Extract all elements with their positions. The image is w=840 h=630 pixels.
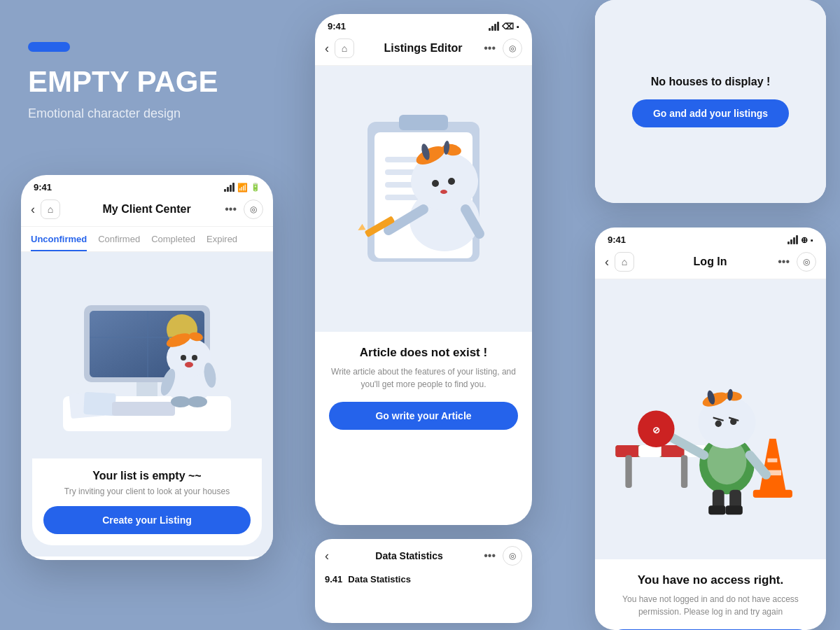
create-listing-button[interactable]: Create your Listing [43, 506, 251, 534]
svg-rect-47 [625, 455, 631, 488]
data-stats-bar: 9.41 Data Statistics [315, 570, 532, 589]
svg-point-36 [448, 178, 455, 185]
right-text-section: You have no access right. You have not l… [595, 559, 826, 630]
status-time-right: 9:41 [608, 234, 626, 245]
svg-rect-9 [83, 391, 116, 415]
wifi-icon-center: ⌫ [502, 22, 514, 31]
no-access-title: You have no access right. [609, 573, 812, 587]
status-bar-center: 9:41 ⌫ ▪ [315, 14, 532, 36]
right-bottom-content: ⊘ [595, 279, 826, 559]
svg-point-35 [432, 180, 439, 187]
target-icon-bottom[interactable]: ◎ [503, 546, 522, 566]
hero-subtitle: Emotional character design [28, 106, 266, 121]
more-icon-center[interactable]: ••• [484, 42, 496, 55]
desk-illustration [32, 263, 262, 458]
phone-nav-right: ‹ ⌂ Log In ••• ◎ [595, 249, 826, 279]
svg-point-16 [192, 355, 197, 360]
status-time-left: 9:41 [34, 182, 52, 192]
back-button-left[interactable]: ‹ [31, 202, 35, 217]
tab-expired[interactable]: Expired [206, 234, 237, 251]
tabs-row-left: Unconfirmed Confirmed Completed Expired [21, 227, 273, 252]
status-icons-center: ⌫ ▪ [489, 22, 519, 31]
more-icon-bottom[interactable]: ••• [484, 550, 496, 562]
bottom-text-left: Your list is empty ~~ Try inviting your … [32, 458, 262, 545]
target-icon-center[interactable]: ◎ [503, 38, 522, 58]
svg-point-17 [185, 362, 193, 368]
desk-scene-svg [49, 284, 245, 438]
svg-point-20 [171, 396, 190, 407]
svg-rect-10 [112, 402, 175, 416]
no-houses-text: No houses to display ! [651, 76, 771, 88]
write-article-button[interactable]: Go write your Article [329, 402, 518, 430]
target-icon-right[interactable]: ◎ [797, 252, 816, 272]
home-icon-right[interactable]: ⌂ [615, 252, 634, 272]
svg-marker-40 [356, 224, 366, 234]
battery-icon-center: ▪ [517, 22, 519, 31]
svg-rect-70 [708, 505, 725, 514]
back-button-center[interactable]: ‹ [325, 41, 329, 56]
more-icon-right[interactable]: ••• [778, 255, 790, 268]
empty-list-title: Your list is empty ~~ [43, 470, 251, 482]
hero-title: EMPTY PAGE [28, 66, 266, 98]
article-missing-title: Article does not exist ! [329, 346, 518, 360]
data-stats-time: 9.41 [325, 574, 342, 584]
back-button-bottom[interactable]: ‹ [325, 549, 329, 564]
article-missing-sub: Write article about the features of your… [329, 365, 518, 391]
status-bar-left: 9:41 📶 🔋 [21, 175, 273, 197]
nav-title-bottom: Data Statistics [335, 550, 484, 561]
left-panel: EMPTY PAGE Emotional character design 9:… [0, 0, 294, 630]
svg-point-15 [181, 355, 186, 360]
no-access-sub: You have not logged in and do not have a… [609, 593, 812, 618]
center-illustration-svg [322, 80, 525, 318]
battery-icon-right: ▪ [811, 236, 813, 244]
svg-point-37 [440, 190, 447, 194]
empty-list-subtitle: Try inviting your client to look at your… [43, 486, 251, 496]
signal-icon [224, 183, 234, 192]
phone-nav-left: ‹ ⌂ My Client Center ••• ◎ [21, 197, 273, 227]
phone-content-left: Your list is empty ~~ Try inviting your … [21, 252, 273, 556]
nav-title-right: Log In [643, 255, 778, 268]
phone-center-bottom: ‹ Data Statistics ••• ◎ 9.41 Data Statis… [315, 539, 532, 623]
target-icon-left[interactable]: ◎ [244, 200, 263, 219]
home-icon-left[interactable]: ⌂ [41, 200, 60, 219]
tab-confirmed[interactable]: Confirmed [98, 234, 140, 251]
nav-title-center: Listings Editor [363, 42, 484, 55]
right-top-content: No houses to display ! Go and add your l… [595, 0, 826, 203]
add-listings-button[interactable]: Go and add your listings [632, 99, 789, 127]
barrier-scene-svg: ⊘ [609, 279, 812, 552]
phone-nav-center: ‹ ⌂ Listings Editor ••• ◎ [315, 36, 532, 66]
status-icons-right: ⊕ ▪ [788, 235, 813, 245]
more-icon-left[interactable]: ••• [225, 203, 237, 216]
phone-center-top: 9:41 ⌫ ▪ ‹ ⌂ Listings Editor ••• ◎ [315, 14, 532, 525]
phone-mini-nav-bottom: ‹ Data Statistics ••• ◎ [315, 539, 532, 570]
status-time-center: 9:41 [328, 21, 346, 31]
tab-completed[interactable]: Completed [151, 234, 195, 251]
back-button-right[interactable]: ‹ [605, 255, 609, 270]
phone-right-bottom: 9:41 ⊕ ▪ ‹ ⌂ Log In ••• ◎ [595, 227, 826, 630]
data-stats-label: Data Statistics [348, 574, 411, 584]
accent-bar [28, 42, 70, 52]
home-icon-center[interactable]: ⌂ [335, 38, 354, 58]
phone-left: 9:41 📶 🔋 ‹ ⌂ My Client Center ••• ◎ Unco… [21, 175, 273, 560]
svg-text:⊘: ⊘ [652, 425, 660, 435]
signal-icon-right [788, 235, 798, 244]
nav-title-left: My Client Center [69, 203, 225, 216]
wifi-icon-right: ⊕ [801, 235, 808, 245]
signal-icon-center [489, 22, 499, 31]
center-illustration [315, 66, 532, 332]
center-panel: 9:41 ⌫ ▪ ‹ ⌂ Listings Editor ••• ◎ [294, 0, 560, 630]
battery-icon: 🔋 [251, 183, 260, 192]
svg-rect-7 [147, 311, 148, 377]
svg-point-60 [715, 421, 722, 427]
status-icons-left: 📶 🔋 [224, 183, 260, 192]
center-text: Article does not exist ! Write article a… [315, 332, 532, 437]
svg-rect-51 [767, 458, 777, 463]
svg-rect-52 [753, 490, 792, 498]
svg-rect-23 [399, 115, 448, 130]
svg-rect-48 [681, 455, 687, 488]
phone-right-top: No houses to display ! Go and add your l… [595, 0, 826, 203]
right-panel: No houses to display ! Go and add your l… [560, 0, 840, 630]
tab-unconfirmed[interactable]: Unconfirmed [31, 234, 87, 251]
svg-rect-71 [726, 505, 743, 514]
status-bar-right: 9:41 ⊕ ▪ [595, 227, 826, 249]
